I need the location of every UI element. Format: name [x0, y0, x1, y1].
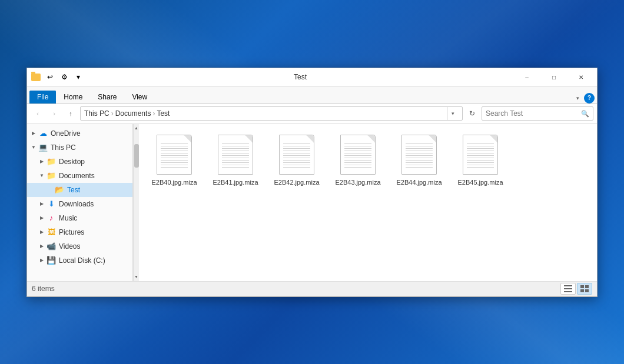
file-icon-5 — [400, 133, 438, 176]
expand-music[interactable]: ▶ — [38, 214, 46, 222]
scroll-down-btn[interactable]: ▼ — [134, 273, 140, 281]
window-title: Test — [87, 73, 513, 81]
expand-onedrive[interactable]: ▶ — [29, 129, 38, 138]
ribbon-collapse-btn[interactable]: ▾ — [571, 93, 584, 103]
main-area: ▶ ☁ OneDrive ▼ 💻 This PC ▶ 📁 Desktop — [27, 124, 597, 281]
file-page-4 — [340, 135, 376, 175]
sidebar-item-thispc[interactable]: ▼ 💻 This PC — [27, 141, 132, 155]
music-icon: ♪ — [46, 213, 57, 223]
file-icon-3 — [278, 133, 316, 176]
sidebar-item-documents[interactable]: ▼ 📁 Documents — [27, 169, 132, 183]
expand-pictures[interactable]: ▶ — [38, 228, 46, 236]
expand-desktop[interactable]: ▶ — [38, 158, 46, 166]
file-item-1[interactable]: E2B40.jpg.miza — [145, 130, 204, 189]
tab-share[interactable]: Share — [90, 91, 124, 103]
tab-view[interactable]: View — [124, 91, 155, 103]
sidebar-item-desktop[interactable]: ▶ 📁 Desktop — [27, 155, 132, 169]
breadcrumb-thispc: This PC — [84, 109, 109, 118]
expand-videos[interactable]: ▶ — [38, 242, 46, 251]
ribbon-tab-row: File Home Share View ▾ ? — [27, 87, 597, 103]
file-area: E2B40.jpg.miza E2B41.jpg.miza E2B42.jpg.… — [139, 124, 597, 281]
grid-view-btn[interactable] — [577, 283, 592, 295]
test-folder-icon: 📂 — [54, 185, 65, 195]
address-bar: ‹ › ↑ This PC › Documents › Test ▾ ↻ 🔍 — [27, 104, 597, 124]
qat-undo-btn[interactable]: ↩ — [44, 72, 57, 82]
file-name-5: E2B44.jpg.miza — [396, 178, 442, 186]
folder-titlebar-icon — [29, 72, 42, 82]
minimize-button[interactable]: – — [513, 68, 540, 86]
sidebar-item-music[interactable]: ▶ ♪ Music — [27, 211, 132, 225]
sidebar-item-downloads[interactable]: ▶ ⬇ Downloads — [27, 197, 132, 211]
thispc-icon: 💻 — [38, 142, 48, 153]
search-box[interactable]: 🔍 — [482, 106, 593, 121]
file-icon-4 — [339, 133, 377, 176]
file-item-6[interactable]: E2B45.jpg.miza — [451, 130, 510, 189]
sidebar-item-videos[interactable]: ▶ 📹 Videos — [27, 239, 132, 253]
refresh-button[interactable]: ↻ — [465, 106, 479, 121]
sidebar-label-pictures: Pictures — [59, 228, 84, 236]
documents-folder-icon: 📁 — [46, 171, 57, 181]
detail-view-icon — [564, 285, 572, 292]
file-item-2[interactable]: E2B41.jpg.miza — [206, 130, 265, 189]
expand-thispc[interactable]: ▼ — [29, 143, 38, 152]
svg-rect-3 — [580, 285, 584, 288]
file-name-6: E2B45.jpg.miza — [457, 178, 503, 186]
sidebar-label-music: Music — [59, 214, 77, 222]
breadcrumb-sep1: › — [111, 109, 114, 118]
file-item-3[interactable]: E2B42.jpg.miza — [267, 130, 326, 189]
drive-icon: 💾 — [46, 255, 57, 266]
sidebar-item-test[interactable]: 📂 Test — [27, 183, 132, 197]
sidebar-label-test: Test — [67, 186, 80, 194]
grid-view-icon — [580, 285, 589, 292]
nav-up-button[interactable]: ↑ — [64, 106, 78, 121]
file-name-1: E2B40.jpg.miza — [151, 178, 197, 186]
sidebar-item-onedrive[interactable]: ▶ ☁ OneDrive — [27, 126, 132, 141]
svg-rect-5 — [580, 289, 584, 292]
expand-documents[interactable]: ▼ — [38, 172, 46, 180]
pictures-folder-icon: 🖼 — [46, 227, 57, 238]
sidebar-label-documents: Documents — [59, 172, 95, 180]
file-item-4[interactable]: E2B43.jpg.miza — [328, 130, 387, 189]
ribbon-help-btn[interactable]: ? — [584, 93, 595, 103]
title-bar-icons: ↩ ⚙ ▾ — [29, 72, 85, 82]
search-icon[interactable]: 🔍 — [581, 110, 589, 118]
file-icon-6 — [462, 133, 499, 176]
svg-rect-1 — [564, 288, 572, 289]
qat-dropdown-btn[interactable]: ▾ — [72, 72, 85, 82]
scrollbar-thumb[interactable] — [134, 144, 139, 168]
close-button[interactable]: ✕ — [567, 68, 595, 86]
folder-small-icon — [31, 74, 41, 81]
downloads-icon: ⬇ — [46, 199, 57, 209]
expand-downloads[interactable]: ▶ — [38, 200, 46, 208]
nav-back-button[interactable]: ‹ — [31, 106, 45, 121]
sidebar-item-localdisk[interactable]: ▶ 💾 Local Disk (C:) — [27, 253, 132, 268]
sidebar-item-pictures[interactable]: ▶ 🖼 Pictures — [27, 225, 132, 239]
file-name-4: E2B43.jpg.miza — [335, 178, 380, 186]
breadcrumb-documents: Documents — [115, 109, 151, 118]
nav-forward-button[interactable]: › — [47, 106, 61, 121]
file-page-3 — [279, 135, 314, 175]
explorer-window: ↩ ⚙ ▾ Test – □ ✕ File Home Share View ▾ … — [26, 68, 598, 297]
onedrive-icon: ☁ — [38, 128, 48, 139]
ribbon: File Home Share View ▾ ? — [27, 87, 597, 104]
qat-properties-btn[interactable]: ⚙ — [58, 72, 71, 82]
sidebar-label-localdisk: Local Disk (C:) — [59, 256, 105, 265]
detail-view-btn[interactable] — [560, 283, 576, 295]
address-input[interactable]: This PC › Documents › Test ▾ — [80, 106, 463, 121]
search-input[interactable] — [486, 109, 579, 118]
window-controls: – □ ✕ — [513, 68, 595, 86]
expand-test[interactable] — [46, 186, 54, 194]
file-name-2: E2B41.jpg.miza — [213, 178, 258, 186]
tab-home[interactable]: Home — [56, 91, 90, 103]
address-dropdown-btn[interactable]: ▾ — [447, 106, 459, 121]
tab-file[interactable]: File — [29, 91, 56, 103]
maximize-button[interactable]: □ — [540, 68, 567, 86]
sidebar-label-desktop: Desktop — [59, 158, 85, 166]
sidebar: ▶ ☁ OneDrive ▼ 💻 This PC ▶ 📁 Desktop — [27, 124, 133, 281]
file-page-2 — [218, 135, 253, 175]
view-toggle — [560, 283, 592, 295]
expand-localdisk[interactable]: ▶ — [38, 256, 46, 265]
file-item-5[interactable]: E2B44.jpg.miza — [390, 130, 449, 189]
breadcrumb-sep2: › — [152, 109, 155, 118]
scroll-up-btn[interactable]: ▲ — [134, 124, 140, 132]
